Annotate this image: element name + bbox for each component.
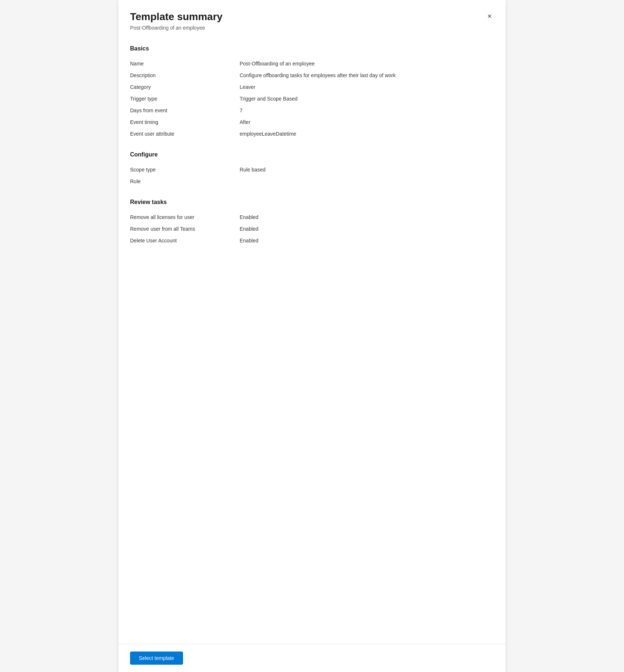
field-row-remove-licenses: Remove all licenses for user Enabled (130, 211, 494, 223)
field-row-event-timing: Event timing After (130, 116, 494, 128)
field-row-delete-account: Delete User Account Enabled (130, 235, 494, 246)
field-label-description: Description (130, 72, 240, 78)
review-tasks-section-title: Review tasks (130, 199, 494, 205)
field-value-delete-account: Enabled (240, 238, 494, 243)
field-value-remove-licenses: Enabled (240, 214, 494, 220)
basics-section-title: Basics (130, 45, 494, 52)
field-label-remove-teams: Remove user from all Teams (130, 226, 240, 232)
field-row-category: Category Leaver (130, 81, 494, 93)
configure-section: Configure Scope type Rule based Rule (130, 151, 494, 187)
configure-section-title: Configure (130, 151, 494, 158)
basics-section: Basics Name Post-Offboarding of an emplo… (130, 45, 494, 140)
close-button[interactable]: × (484, 10, 495, 22)
field-label-delete-account: Delete User Account (130, 238, 240, 243)
field-label-category: Category (130, 84, 240, 90)
field-label-name: Name (130, 61, 240, 67)
field-row-name: Name Post-Offboarding of an employee (130, 58, 494, 69)
field-value-category: Leaver (240, 84, 494, 90)
field-label-scope-type: Scope type (130, 167, 240, 173)
template-summary-panel: Template summary Post-Offboarding of an … (118, 0, 506, 672)
field-label-event-user-attribute: Event user attribute (130, 131, 240, 137)
field-value-name: Post-Offboarding of an employee (240, 61, 494, 67)
field-label-remove-licenses: Remove all licenses for user (130, 214, 240, 220)
field-label-event-timing: Event timing (130, 119, 240, 125)
field-row-remove-teams: Remove user from all Teams Enabled (130, 223, 494, 235)
select-template-button[interactable]: Select template (130, 652, 183, 665)
field-row-rule: Rule (130, 175, 494, 187)
field-row-scope-type: Scope type Rule based (130, 164, 494, 175)
field-value-event-user-attribute: employeeLeaveDatetime (240, 131, 494, 137)
field-label-trigger-type: Trigger type (130, 96, 240, 102)
panel-content: Basics Name Post-Offboarding of an emplo… (118, 37, 506, 644)
panel-header: Template summary Post-Offboarding of an … (118, 0, 506, 37)
close-icon: × (487, 12, 492, 20)
panel-title: Template summary (130, 10, 494, 23)
review-tasks-section: Review tasks Remove all licenses for use… (130, 199, 494, 246)
field-row-description: Description Configure offboarding tasks … (130, 69, 494, 81)
field-label-days-from-event: Days from event (130, 107, 240, 113)
field-row-days-from-event: Days from event 7 (130, 105, 494, 116)
field-value-remove-teams: Enabled (240, 226, 494, 232)
field-value-days-from-event: 7 (240, 107, 494, 113)
field-value-description: Configure offboarding tasks for employee… (240, 72, 494, 78)
field-value-event-timing: After (240, 119, 494, 125)
field-row-event-user-attribute: Event user attribute employeeLeaveDateti… (130, 128, 494, 140)
panel-footer: Select template (118, 644, 506, 672)
field-value-trigger-type: Trigger and Scope Based (240, 96, 494, 102)
field-row-trigger-type: Trigger type Trigger and Scope Based (130, 93, 494, 105)
panel-subtitle: Post-Offboarding of an employee (130, 25, 494, 31)
field-label-rule: Rule (130, 178, 240, 184)
field-value-scope-type: Rule based (240, 167, 494, 173)
